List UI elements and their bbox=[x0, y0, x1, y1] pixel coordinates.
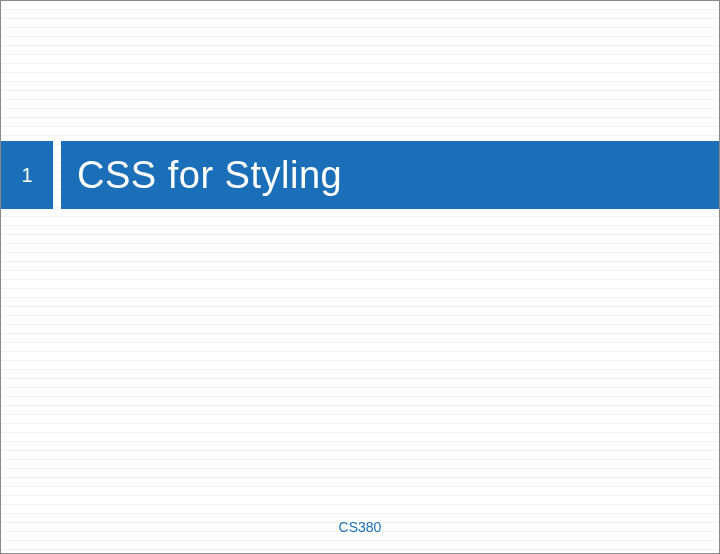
slide-container: 1 CSS for Styling CS380 bbox=[0, 0, 720, 554]
title-divider bbox=[53, 141, 61, 209]
footer-text: CS380 bbox=[339, 519, 382, 535]
title-row: 1 CSS for Styling bbox=[1, 141, 719, 209]
slide-title: CSS for Styling bbox=[77, 154, 342, 197]
slide-footer: CS380 bbox=[1, 519, 719, 535]
slide-number: 1 bbox=[21, 164, 32, 187]
slide-number-box: 1 bbox=[1, 141, 53, 209]
title-box: CSS for Styling bbox=[61, 141, 719, 209]
